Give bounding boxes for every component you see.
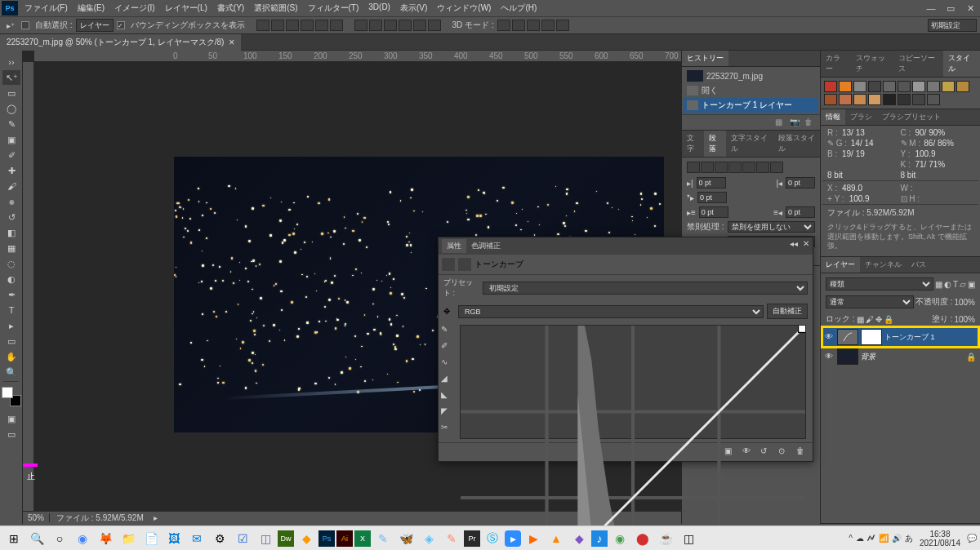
- illustrator-icon[interactable]: Ai: [336, 530, 353, 547]
- mode3d-icon[interactable]: [556, 20, 569, 31]
- style-swatch[interactable]: [853, 81, 866, 92]
- crop-tool[interactable]: ▣: [2, 132, 20, 147]
- layers-tab[interactable]: レイヤー: [821, 257, 860, 273]
- color-picker[interactable]: [2, 387, 21, 406]
- notepad-icon[interactable]: 📄: [140, 528, 162, 549]
- sublime-icon[interactable]: ◆: [296, 528, 317, 549]
- pen-tool[interactable]: ✒: [2, 287, 20, 302]
- stamp-tool[interactable]: ⎈: [2, 194, 20, 209]
- menu-type[interactable]: 書式(Y): [212, 1, 249, 16]
- style-swatch[interactable]: [883, 94, 896, 105]
- style-swatch[interactable]: [853, 94, 866, 105]
- target-adj-icon[interactable]: ✥: [443, 307, 455, 316]
- menu-window[interactable]: ウィンドウ(W): [432, 1, 496, 16]
- system-clock[interactable]: 16:38 2021/08/14: [916, 530, 964, 548]
- paragraph-tab[interactable]: 段落: [704, 131, 726, 157]
- channel-select[interactable]: RGB: [458, 305, 764, 318]
- curve-smooth-tool[interactable]: ∿: [441, 357, 454, 370]
- mode3d-icon[interactable]: [541, 20, 555, 31]
- filter-smart-icon[interactable]: ▣: [968, 280, 975, 289]
- style-swatch[interactable]: [868, 81, 881, 92]
- justify-last-right-icon[interactable]: [756, 162, 769, 173]
- lock-all-icon[interactable]: 🔒: [884, 315, 893, 324]
- start-button[interactable]: ⊞: [3, 528, 24, 549]
- tray-volume-icon[interactable]: 🔊: [892, 534, 902, 543]
- menu-select[interactable]: 選択範囲(S): [249, 1, 302, 16]
- swatches-tab[interactable]: スウォッチ: [851, 51, 894, 77]
- media-icon[interactable]: ▶: [523, 528, 544, 549]
- style-swatch[interactable]: [883, 81, 896, 92]
- tray-battery-icon[interactable]: 🗲: [867, 534, 875, 543]
- style-swatch[interactable]: [839, 81, 852, 92]
- style-swatch[interactable]: [927, 81, 940, 92]
- screen-mode-icon[interactable]: ▭: [2, 427, 20, 441]
- quick-select-tool[interactable]: ✎: [2, 117, 20, 131]
- outlook-icon[interactable]: ✉: [186, 528, 207, 549]
- close-button[interactable]: ✕: [960, 1, 980, 16]
- space-before-input[interactable]: [699, 206, 728, 218]
- curve-point-tool[interactable]: ✎: [441, 325, 454, 338]
- teams-icon[interactable]: ◫: [255, 528, 276, 549]
- firefox-icon[interactable]: 🦊: [95, 528, 116, 549]
- brush-presets-tab[interactable]: ブラシプリセット: [877, 109, 946, 125]
- align-hcenter-icon[interactable]: [315, 20, 328, 31]
- indent-left-input[interactable]: [697, 177, 726, 189]
- layer-name[interactable]: トーンカーブ 1: [884, 332, 935, 343]
- para-style-tab[interactable]: 段落スタイル: [773, 131, 820, 157]
- eraser-tool[interactable]: ◧: [2, 225, 20, 240]
- expand-tools-icon[interactable]: ››: [2, 55, 20, 69]
- style-swatch[interactable]: [824, 94, 837, 105]
- layer-name[interactable]: 背景: [861, 352, 875, 362]
- filter-shape-icon[interactable]: ▱: [960, 280, 966, 289]
- menu-help[interactable]: ヘルプ(H): [496, 1, 541, 16]
- tray-cloud-icon[interactable]: ☁: [856, 534, 864, 543]
- distribute-icon[interactable]: [354, 20, 368, 31]
- menu-filter[interactable]: フィルター(T): [303, 1, 364, 16]
- history-step[interactable]: トーンカーブ 1 レイヤー: [684, 98, 818, 113]
- collapse-icon[interactable]: ◂◂: [790, 239, 798, 253]
- new-snapshot-icon[interactable]: 📷: [790, 118, 801, 127]
- distribute-icon[interactable]: [384, 20, 397, 31]
- auto-select-checkbox[interactable]: [21, 21, 29, 29]
- distribute-icon[interactable]: [399, 20, 412, 31]
- app-icon[interactable]: ✎: [441, 528, 462, 549]
- style-swatch[interactable]: [839, 94, 852, 105]
- search-icon[interactable]: 🔍: [26, 528, 47, 549]
- history-tab[interactable]: ヒストリー: [682, 51, 728, 66]
- layer-mask-thumb[interactable]: [861, 329, 882, 345]
- app-icon[interactable]: ◈: [418, 528, 439, 549]
- fill-value[interactable]: 100%: [954, 315, 975, 324]
- auto-button[interactable]: 自動補正: [767, 304, 808, 319]
- brush-tab[interactable]: ブラシ: [845, 109, 877, 125]
- music-icon[interactable]: ♪: [591, 530, 608, 547]
- app-icon[interactable]: ◉: [609, 528, 630, 549]
- auto-select-target[interactable]: レイヤー: [76, 19, 114, 32]
- channels-tab[interactable]: チャンネル: [860, 257, 906, 273]
- notification-icon[interactable]: 💬: [967, 534, 977, 543]
- style-swatch[interactable]: [824, 81, 837, 92]
- mode3d-icon[interactable]: [497, 20, 510, 31]
- adjustments-tab[interactable]: 色調補正: [466, 239, 506, 253]
- layer-row-background[interactable]: 👁 背景 🔒: [822, 347, 978, 366]
- path-select-tool[interactable]: ▸: [2, 318, 20, 333]
- butterfly-icon[interactable]: 🦋: [395, 528, 416, 549]
- first-line-indent-input[interactable]: [697, 192, 727, 203]
- lock-pixels-icon[interactable]: 🖌: [866, 315, 874, 324]
- zoom-icon[interactable]: ▸: [505, 530, 521, 547]
- shape-tool[interactable]: ▭: [2, 334, 20, 348]
- menu-edit[interactable]: 編集(E): [73, 1, 109, 16]
- app-icon[interactable]: ✎: [372, 528, 394, 549]
- skype-icon[interactable]: Ⓢ: [482, 528, 503, 549]
- color-tab[interactable]: カラー: [821, 51, 851, 77]
- layer-row-curves[interactable]: 👁 トーンカーブ 1: [822, 327, 978, 347]
- align-left-icon[interactable]: [301, 20, 314, 31]
- premiere-icon[interactable]: Pr: [464, 530, 480, 547]
- align-right-icon[interactable]: [330, 20, 343, 31]
- cortana-icon[interactable]: ○: [49, 528, 70, 549]
- status-docinfo[interactable]: ファイル : 5.92M/5.92M: [50, 512, 150, 524]
- style-swatch[interactable]: [898, 81, 911, 92]
- filter-pixel-icon[interactable]: ▦: [935, 280, 942, 289]
- style-swatch[interactable]: [956, 81, 969, 92]
- lock-position-icon[interactable]: ✥: [875, 315, 882, 324]
- show-bounding-checkbox[interactable]: [117, 21, 125, 29]
